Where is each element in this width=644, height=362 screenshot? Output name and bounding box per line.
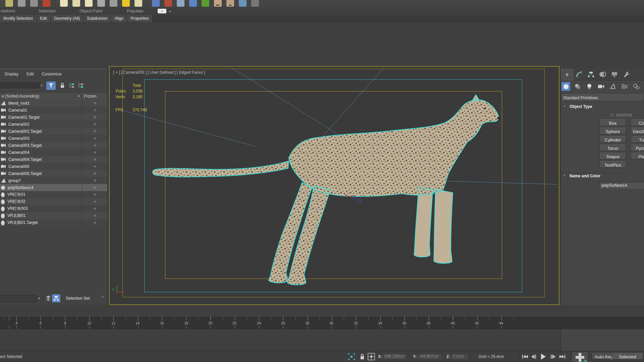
frozen-toggle-cell[interactable] xyxy=(82,149,108,156)
tab-display[interactable] xyxy=(608,69,620,80)
ribbon-panel-button[interactable]: Modify Selection xyxy=(0,15,37,22)
primitive-button[interactable]: Torus xyxy=(599,144,626,151)
ribbon-panel-button[interactable]: Subdivision xyxy=(84,15,111,22)
blue-sphere-icon[interactable] xyxy=(239,0,247,7)
clear-search-icon[interactable] xyxy=(40,83,43,88)
Camera003[interactable]: Camera003 xyxy=(0,135,107,142)
y-coord-field[interactable]: -94.987cm xyxy=(417,353,442,359)
VR灯光02[interactable]: VR灯光02 xyxy=(0,198,107,205)
frozen-toggle-cell[interactable] xyxy=(82,156,108,163)
tab-modify[interactable] xyxy=(573,69,585,80)
category-cameras[interactable] xyxy=(597,82,605,91)
VR灯光003[interactable]: VR灯光003 xyxy=(0,205,107,212)
key-filter-selected-button[interactable]: Selected xyxy=(612,353,643,360)
material-square-icon[interactable] xyxy=(60,0,68,7)
x-coord-field[interactable]: 598.159cm xyxy=(382,353,407,359)
selection-set-combo[interactable] xyxy=(1,295,38,302)
next-frame-button[interactable] xyxy=(550,353,555,361)
viewport-label[interactable]: [ + ] [ Camera005 ] [ User Defined ] [ E… xyxy=(113,70,205,75)
sun-icon[interactable] xyxy=(122,0,130,7)
ribbon-tab-populate[interactable]: Populate xyxy=(127,9,143,13)
explorer-menu-item[interactable]: Customize xyxy=(42,72,62,76)
object-name-field[interactable]: polySurface14 xyxy=(599,182,644,188)
frozen-toggle-cell[interactable] xyxy=(82,114,108,121)
shaded-sphere-icon[interactable] xyxy=(30,0,38,7)
camera-viewport[interactable]: [ + ] [ Camera005 ] [ User Defined ] [ E… xyxy=(109,66,559,305)
VR太阳01[interactable]: VR太阳01 xyxy=(0,212,107,219)
primitive-button[interactable]: Cylinder xyxy=(599,136,626,143)
schematic-view-button[interactable] xyxy=(52,294,60,302)
primitive-button[interactable]: Teapot xyxy=(599,153,626,160)
Camera003.Target[interactable]: Camera003.Target xyxy=(0,142,107,149)
ribbon-tab-object-paint[interactable]: Object Paint xyxy=(79,9,102,13)
tab-motion[interactable] xyxy=(597,69,608,80)
ribbon-tab-freeform[interactable]: reeform xyxy=(1,9,15,13)
primitive-button[interactable]: Plane xyxy=(631,153,644,160)
two-tone-sphere-icon[interactable] xyxy=(164,0,172,7)
frozen-toggle-cell[interactable] xyxy=(82,184,108,191)
Camera002[interactable]: Camera002 xyxy=(0,121,107,128)
time-slider-track[interactable] xyxy=(0,305,644,316)
primitive-button[interactable]: Pyramid xyxy=(631,144,644,151)
play-button[interactable] xyxy=(541,353,546,361)
ribbon-panel-button[interactable]: Align xyxy=(111,15,127,22)
explorer-search-input[interactable] xyxy=(1,82,40,89)
frozen-toggle-cell[interactable] xyxy=(82,135,108,142)
glow-sphere-icon[interactable] xyxy=(85,0,93,7)
category-helpers[interactable] xyxy=(608,82,617,91)
ox-sphere-icon[interactable]: 0x xyxy=(226,0,234,7)
track-bar-ruler[interactable]: 468101214161820222426283032343638404244 xyxy=(0,316,644,329)
ribbon-options-caret[interactable]: ▼ xyxy=(169,10,171,13)
explorer-menu-item[interactable]: Display xyxy=(5,72,18,76)
absolute-mode-transform-icon[interactable] xyxy=(368,353,375,360)
category-systems[interactable] xyxy=(632,82,641,91)
Camera004.Target[interactable]: Camera004.Target xyxy=(0,156,107,163)
blend_root1[interactable]: blend_root1 xyxy=(0,100,107,107)
primitive-button[interactable]: Tube xyxy=(631,136,644,143)
frozen-toggle-cell[interactable] xyxy=(82,142,108,149)
frozen-toggle-cell[interactable] xyxy=(82,107,108,114)
cone-icon[interactable] xyxy=(110,0,117,7)
go-to-end-button[interactable] xyxy=(559,353,566,361)
dot-chain-icon[interactable] xyxy=(152,0,160,7)
frozen-toggle-cell[interactable] xyxy=(82,212,108,219)
category-lights[interactable] xyxy=(585,82,594,91)
group7[interactable]: group7 xyxy=(0,177,107,184)
VR灯光01[interactable]: VR灯光01 xyxy=(0,191,107,198)
Camera002.Target[interactable]: Camera002.Target xyxy=(0,128,107,135)
material-blob-icon[interactable] xyxy=(72,0,80,7)
explorer-column-header[interactable]: e (Sorted Ascending) ▲ Frozen xyxy=(0,93,107,100)
combo-caret-icon[interactable]: ▼ xyxy=(38,297,40,300)
teapot-icon[interactable] xyxy=(43,0,50,7)
lattice-box-icon[interactable] xyxy=(177,0,184,7)
keyboard-override-icon[interactable] xyxy=(5,0,13,7)
camera-tripod-icon[interactable] xyxy=(18,0,25,7)
Camera005[interactable]: Camera005 xyxy=(0,163,107,170)
layers-icon[interactable] xyxy=(46,295,51,301)
VR太阳01.Target[interactable]: VR太阳01.Target xyxy=(0,219,107,226)
rollout-name-and-color[interactable]: ▼ Name and Color xyxy=(561,173,644,181)
frozen-toggle-cell[interactable] xyxy=(82,205,108,212)
rollout-object-type[interactable]: ▼ Object Type xyxy=(561,104,644,110)
primitive-button[interactable]: TextPlus xyxy=(599,161,626,168)
ribbon-panel-button[interactable]: Edit xyxy=(37,15,51,22)
frozen-toggle-cell[interactable] xyxy=(82,163,108,170)
frozen-toggle-cell[interactable] xyxy=(82,198,108,205)
Camera004[interactable]: Camera004 xyxy=(0,149,107,156)
expand-tree-icon[interactable] xyxy=(69,82,75,88)
wire-sphere-icon[interactable] xyxy=(97,0,105,7)
frozen-toggle-cell[interactable] xyxy=(82,177,108,184)
frozen-toggle-cell[interactable] xyxy=(82,170,108,177)
polySurface14[interactable]: polySurface14 xyxy=(0,184,107,191)
Camera01.Target[interactable]: Camera01.Target xyxy=(0,114,107,121)
frozen-toggle-cell[interactable] xyxy=(82,191,108,198)
primitive-button[interactable]: Cone xyxy=(631,119,644,126)
category-shapes[interactable] xyxy=(573,82,582,91)
isolate-selection-icon[interactable] xyxy=(348,353,355,360)
selection-lock-icon[interactable] xyxy=(360,353,365,360)
explorer-menu-item[interactable]: Edit xyxy=(26,72,34,76)
toolbar-separator[interactable] xyxy=(147,0,147,7)
primitive-button[interactable]: GeoSphere xyxy=(631,128,644,134)
frozen-toggle-cell[interactable] xyxy=(82,128,108,135)
frozen-toggle-cell[interactable] xyxy=(82,121,108,128)
